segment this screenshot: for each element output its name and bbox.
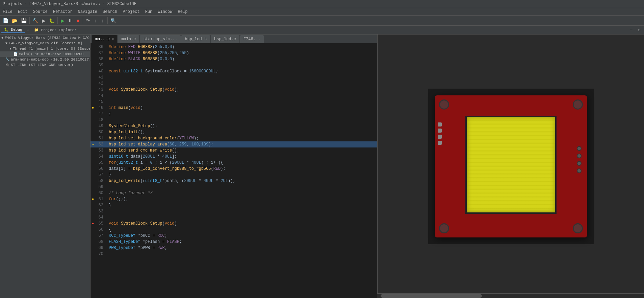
- tree-item-elf[interactable]: ▼ F407x_Vibgyor_Bars.elf [cores: 0]: [0, 41, 90, 46]
- tree-item-main[interactable]: 📄 main() at main.c:52 0x8000200: [0, 51, 90, 57]
- linenum-56: 56: [95, 166, 106, 172]
- project-explorer-tab[interactable]: 📁 Project Explorer: [31, 27, 79, 33]
- tab-main-c[interactable]: main.c: [118, 35, 139, 43]
- pcb-board: [435, 95, 587, 237]
- toolbar-new[interactable]: 📄: [1, 17, 10, 25]
- linecontent-57: }: [106, 172, 377, 178]
- right-connectors: [576, 146, 582, 173]
- menu-search[interactable]: Search: [100, 8, 120, 15]
- gutter-63: [91, 208, 95, 214]
- gutter-44: [91, 93, 95, 99]
- tab-label-bsp-h: bsp_lcd.h: [185, 37, 207, 42]
- gutter-36: [91, 44, 95, 50]
- gutter-70: [91, 251, 95, 257]
- scrollbar-thumb[interactable]: [381, 294, 482, 298]
- linenum-57: 57: [95, 172, 106, 178]
- tab-bsp-lcd-h[interactable]: bsp_lcd.h: [181, 35, 210, 43]
- code-editor[interactable]: 36 #define RED RGB888(255,0,0) 37 #defin…: [91, 44, 377, 298]
- gutter-59: [91, 184, 95, 190]
- toolbar-step-return[interactable]: ↑: [99, 17, 106, 25]
- minimize-panel-btn[interactable]: ─: [628, 26, 635, 34]
- toolbar-suspend[interactable]: ⏸: [67, 17, 74, 25]
- gutter-52: ⇒: [91, 141, 95, 147]
- code-line-39: 39: [91, 62, 377, 68]
- toolbar-resume[interactable]: ▶: [59, 17, 66, 25]
- toolbar-step-into[interactable]: ↓: [92, 17, 99, 25]
- code-line-43: 43 void SystemClock_Setup(void);: [91, 87, 377, 93]
- toolbar-debug[interactable]: 🐛: [48, 17, 56, 25]
- maximize-panel-btn[interactable]: □: [636, 26, 643, 34]
- gutter-38: [91, 56, 95, 62]
- tree-label-gdb: arm-none-eabi-gdb (10.2.90.20210627...: [11, 58, 90, 62]
- tree-item-stlink[interactable]: 🔌 ST-LINK (ST-LINK GDB server): [0, 62, 90, 68]
- debug-tab[interactable]: 🐛 Debug: [1, 27, 25, 33]
- linenum-40: 40: [95, 68, 106, 74]
- right-scrollbar[interactable]: [377, 293, 644, 298]
- linecontent-36: #define RED RGB888(255,0,0): [106, 44, 377, 50]
- tab-label-startup: startup_stm...: [143, 37, 177, 42]
- tree-item-root[interactable]: ▼ F407x_Vibgyor_Bars [STM32 Cortex-M C/C…: [0, 35, 90, 41]
- code-line-58: 58 bsp_lcd_write((uint8_t*)data, (200UL …: [91, 178, 377, 184]
- linenum-39: 39: [95, 62, 106, 68]
- menu-source[interactable]: Source: [30, 8, 50, 15]
- tab-startup[interactable]: startup_stm...: [140, 35, 181, 43]
- tab-f746[interactable]: F746...: [240, 35, 264, 43]
- tab-bsp-lcd-c[interactable]: bsp_lcd.c: [211, 35, 239, 43]
- gutter-58: [91, 178, 95, 184]
- linecontent-48: [106, 117, 377, 123]
- toolbar-run[interactable]: ▶: [40, 17, 47, 25]
- toolbar-open[interactable]: 📂: [10, 17, 19, 25]
- window-title: Projects - F407x_Vibgyor_Bars/Src/main.c…: [3, 2, 136, 6]
- menu-file[interactable]: File: [0, 8, 15, 15]
- menu-run[interactable]: Run: [143, 8, 155, 15]
- tab-close-main[interactable]: ×: [112, 38, 114, 41]
- gutter-62: [91, 202, 95, 208]
- gutter-67: [91, 233, 95, 239]
- code-line-62: 62 }: [91, 202, 377, 208]
- tab-main-c-active[interactable]: ma...c ×: [92, 35, 117, 43]
- toolbar-search[interactable]: 🔍: [109, 17, 118, 25]
- menu-window[interactable]: Window: [155, 8, 175, 15]
- menu-project[interactable]: Project: [120, 8, 142, 15]
- code-line-56: 56 data[i] = bsp_lcd_convert_rgb888_to_r…: [91, 166, 377, 172]
- code-line-48: 48: [91, 117, 377, 123]
- tree-item-thread[interactable]: ▼ Thread #1 [main] 1 [core: 0] (Suspe...: [0, 46, 90, 51]
- menu-navigate[interactable]: Navigate: [75, 8, 100, 15]
- tree-view: ▼ F407x_Vibgyor_Bars [STM32 Cortex-M C/C…: [0, 35, 90, 298]
- gutter-66: [91, 227, 95, 233]
- gutter-41: [91, 74, 95, 81]
- code-line-63: 63: [91, 208, 377, 214]
- editor-section: ma...c × main.c startup_stm... bsp_lcd.h…: [91, 35, 377, 298]
- connector: [577, 146, 582, 151]
- code-line-66: 66 {: [91, 227, 377, 233]
- code-line-59: 59: [91, 184, 377, 190]
- file-icon-main: 📄: [14, 52, 18, 56]
- menu-help[interactable]: Help: [175, 8, 190, 15]
- toolbar-terminate[interactable]: ■: [75, 17, 81, 25]
- content-area: ▼ F407x_Vibgyor_Bars [STM32 Cortex-M C/C…: [0, 35, 644, 298]
- left-pins: [438, 122, 443, 190]
- code-line-57: 57 }: [91, 172, 377, 178]
- gdb-icon: 🔧: [5, 58, 9, 62]
- linenum-69: 69: [95, 245, 106, 251]
- linenum-62: 62: [95, 202, 106, 208]
- linecontent-63: [106, 208, 377, 214]
- menu-edit[interactable]: Edit: [15, 8, 30, 15]
- toolbar-build[interactable]: 🔨: [31, 17, 40, 25]
- code-line-51: 51 bsp_lcd_set_background_color(YELLOW);: [91, 135, 377, 141]
- code-line-40: 40 const uint32_t SystemCoreClock = 1680…: [91, 68, 377, 74]
- linecontent-41: [106, 74, 377, 81]
- corner-tr: [573, 99, 583, 110]
- code-line-70: 70: [91, 251, 377, 257]
- pin: [438, 141, 442, 145]
- code-line-52: ⇒ 52 bsp_lcd_set_display_area(60, 259, 1…: [91, 141, 377, 147]
- linecontent-49: SystemClock_Setup();: [106, 123, 377, 129]
- menu-refactor[interactable]: Refactor: [50, 8, 75, 15]
- linenum-61: 61: [95, 196, 106, 202]
- pin: [438, 129, 442, 133]
- corner-br: [573, 223, 583, 233]
- toolbar-step-over[interactable]: ↷: [84, 17, 91, 25]
- linecontent-58: bsp_lcd_write((uint8_t*)data, (200UL * 4…: [106, 178, 377, 184]
- tree-item-gdb[interactable]: 🔧 arm-none-eabi-gdb (10.2.90.20210627...: [0, 57, 90, 62]
- toolbar-save[interactable]: 💾: [20, 17, 28, 25]
